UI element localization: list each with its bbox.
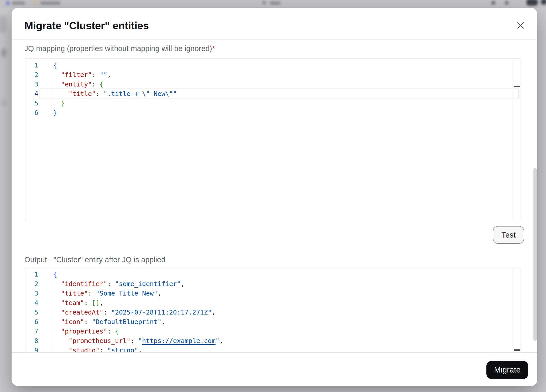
sidebar-blob-1 — [0, 16, 7, 33]
code-token — [53, 100, 61, 107]
line-number: 8 — [25, 336, 48, 346]
code-token: "studio" — [69, 347, 99, 352]
code-token: } — [61, 100, 65, 107]
line-number: 9 — [25, 346, 48, 352]
code-text: "identifier": "some_identifier", — [48, 279, 185, 289]
code-token — [53, 280, 61, 288]
migrate-button[interactable]: Migrate — [486, 361, 528, 379]
code-token: "filter" — [61, 71, 92, 79]
code-text: "icon": "DefaultBlueprint", — [48, 317, 165, 327]
close-button[interactable] — [514, 18, 528, 32]
code-line[interactable]: 7 "properties": { — [25, 327, 521, 336]
output-label: Output - "Cluster" entity after JQ is ap… — [24, 256, 165, 264]
sidebar-blob-3 — [1, 100, 7, 106]
sidebar-blob-2 — [2, 49, 6, 57]
code-line[interactable]: 8 "prometheus_url": "https://example.com… — [25, 336, 521, 346]
jq-mapping-label-text: JQ mapping (properties without mapping w… — [24, 44, 212, 53]
code-token: : — [103, 309, 111, 316]
line-number: 1 — [25, 61, 48, 70]
migrate-entities-dialog: Migrate "Cluster" entities JQ mapping (p… — [12, 8, 537, 386]
code-token: : — [107, 280, 115, 288]
code-line[interactable]: 3 "entity": { — [25, 80, 521, 89]
code-line[interactable]: 6 "icon": "DefaultBlueprint", — [25, 317, 521, 327]
code-line[interactable]: 2 "identifier": "some_identifier", — [25, 279, 521, 289]
code-text: } — [48, 108, 57, 117]
test-button[interactable]: Test — [493, 226, 524, 244]
code-text: "studio": "string", — [48, 346, 142, 352]
output-code-area: 1{2 "identifier": "some_identifier",3 "t… — [25, 270, 521, 352]
code-token: "string" — [107, 347, 138, 352]
code-token — [53, 71, 61, 79]
code-token: "prometheus_url" — [69, 337, 130, 345]
line-number: 3 — [25, 289, 48, 298]
line-number: 4 — [25, 298, 48, 308]
code-token: } — [53, 109, 57, 116]
code-text: } — [48, 99, 65, 108]
line-number: 5 — [25, 99, 48, 108]
code-token: , — [219, 337, 223, 345]
code-token: " — [215, 337, 219, 345]
code-token: "DefaultBlueprint" — [92, 318, 162, 326]
code-line[interactable]: 1{ — [25, 61, 521, 70]
code-token: [] — [92, 299, 100, 307]
overview-ruler-cursor-mark — [514, 349, 520, 351]
code-token — [53, 347, 69, 352]
overview-ruler-border — [513, 268, 513, 352]
code-token: "" — [100, 71, 107, 79]
code-token — [53, 299, 61, 307]
code-line[interactable]: 1{ — [25, 270, 521, 279]
dialog-header: Migrate "Cluster" entities — [12, 8, 537, 39]
code-line[interactable]: 5 "createdAt": "2025-07-28T11:20:17.271Z… — [25, 308, 521, 317]
code-token: , — [138, 347, 142, 352]
code-token: "some_identifier" — [115, 280, 181, 288]
code-token — [53, 328, 61, 335]
code-line[interactable]: 5 } — [25, 99, 521, 108]
code-token: , — [161, 318, 165, 326]
output-editor[interactable]: 1{2 "identifier": "some_identifier",3 "t… — [25, 268, 521, 352]
code-line[interactable]: 9 "studio": "string", — [25, 346, 521, 352]
code-line[interactable]: 3 "title": "Some Title New", — [25, 289, 521, 298]
jq-mapping-label: JQ mapping (properties without mapping w… — [24, 44, 215, 53]
line-number: 5 — [25, 308, 48, 317]
code-token: , — [181, 280, 185, 288]
indent-guide — [53, 279, 53, 352]
code-text: "prometheus_url": "https://example.com", — [48, 336, 223, 346]
line-number: 6 — [25, 108, 48, 117]
line-number: 2 — [25, 70, 48, 80]
code-line[interactable]: 2 "filter": "", — [25, 70, 521, 80]
code-token: : — [100, 347, 107, 352]
code-token: : — [84, 299, 92, 307]
code-token: , — [212, 309, 215, 316]
code-token — [53, 337, 69, 345]
line-number: 7 — [25, 327, 48, 336]
code-line[interactable]: 4 "team": [], — [25, 298, 521, 308]
code-token: "Some Title New" — [96, 290, 158, 297]
jq-mapping-editor[interactable]: 1{2 "filter": "",3 "entity": {4 "title":… — [25, 58, 521, 221]
code-text: "createdAt": "2025-07-28T11:20:17.271Z", — [48, 308, 215, 317]
code-text: "team": [], — [48, 298, 103, 308]
code-token: { — [100, 81, 103, 88]
code-token: "title" — [61, 290, 88, 297]
overview-ruler-cursor-mark — [514, 86, 520, 87]
line-number: 2 — [25, 279, 48, 289]
code-token: "identifier" — [61, 280, 107, 288]
close-icon — [517, 22, 524, 29]
modal-scrollbar-thumb[interactable] — [533, 168, 537, 341]
screen: Migrate "Cluster" entities JQ mapping (p… — [0, 0, 546, 392]
line-number: 6 — [25, 317, 48, 327]
code-token — [53, 318, 61, 326]
header-divider — [12, 39, 537, 40]
code-token: "entity" — [61, 81, 92, 88]
line-number: 1 — [25, 270, 48, 279]
code-token: "properties" — [61, 328, 107, 335]
code-token: https://example.com — [142, 337, 215, 345]
code-token: : — [92, 81, 100, 88]
code-token: "icon" — [61, 318, 84, 326]
code-token: : — [84, 318, 92, 326]
line-number: 3 — [25, 80, 48, 89]
code-token: : — [88, 290, 96, 297]
code-token: "2025-07-28T11:20:17.271Z" — [111, 309, 212, 316]
overview-ruler-border — [513, 59, 513, 221]
code-line[interactable]: 6} — [25, 108, 521, 117]
code-token: "createdAt" — [61, 309, 103, 316]
